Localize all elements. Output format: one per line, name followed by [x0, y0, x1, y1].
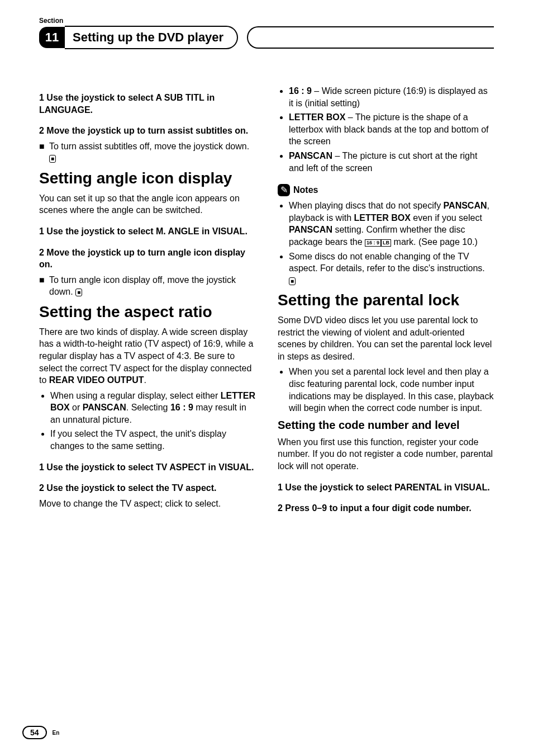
notes-header: ✎ Notes [278, 184, 494, 196]
heading: Setting angle icon display [39, 168, 255, 189]
list-item: 16 : 9 – Wide screen picture (16:9) is d… [289, 85, 494, 109]
section-number: 11 [39, 27, 65, 48]
stop-icon: ■ [49, 155, 56, 163]
list-item: Some discs do not enable changing of the… [289, 251, 494, 287]
list-item: If you select the TV aspect, the unit's … [50, 428, 255, 452]
body-text: You can set it up so that the angle icon… [39, 192, 255, 216]
heading: Setting the parental lock [278, 290, 494, 311]
step-text: 1 Use the joystick to select A SUB TITL … [39, 92, 255, 116]
body-text: When you first use this function, regist… [278, 436, 494, 472]
chapter-title: Setting up the DVD player [65, 26, 238, 49]
stop-icon: ■ [289, 277, 296, 285]
subheading: Setting the code number and level [278, 418, 494, 433]
heading: Setting the aspect ratio [39, 301, 255, 323]
list-item: LETTER BOX – The picture is the shape of… [289, 111, 494, 148]
stop-icon: ■ [75, 289, 82, 296]
left-column: 1 Use the joystick to select A SUB TITL … [39, 83, 255, 518]
body-text: Some DVD video discs let you use parenta… [278, 314, 494, 362]
body-text: To turn assist subtitles off, move the j… [49, 141, 249, 151]
list-item: When playing discs that do not specify P… [289, 200, 494, 248]
sub-bullet: ■ To turn assist subtitles off, move the… [39, 140, 255, 164]
header-row: 11 Setting up the DVD player [39, 26, 494, 49]
section-label: Section [39, 17, 494, 25]
step-text: 1 Use the joystick to select PARENTAL in… [278, 481, 494, 494]
step-text: 2 Move the joystick up to turn assist su… [39, 125, 255, 137]
list-item: PANSCAN – The picture is cut short at th… [289, 150, 494, 174]
language-label: En [53, 730, 60, 736]
step-text: 2 Press 0–9 to input a four digit code n… [278, 502, 494, 514]
page-number: 54 [22, 726, 47, 739]
right-column: 16 : 9 – Wide screen picture (16:9) is d… [278, 83, 494, 518]
step-text: 1 Use the joystick to select TV ASPECT i… [39, 461, 255, 474]
step-text: 2 Move the joystick up to turn angle ico… [39, 247, 255, 271]
sub-bullet: ■ To turn angle icon display off, move t… [39, 274, 255, 298]
body-text: Move to change the TV aspect; click to s… [39, 498, 255, 510]
list-item: When using a regular display, select eit… [50, 390, 255, 426]
step-text: 1 Use the joystick to select M. ANGLE in… [39, 225, 255, 238]
pencil-icon: ✎ [278, 184, 290, 196]
notes-label: Notes [293, 184, 318, 196]
lb-mark-icon: LB [381, 239, 391, 247]
list-item: When you set a parental lock level and t… [289, 366, 494, 414]
body-text: There are two kinds of display. A wide s… [39, 326, 255, 386]
step-text: 2 Use the joystick to select the TV aspe… [39, 482, 255, 494]
header-arc [247, 26, 494, 49]
aspect-mark-icon: 16 : 9 [365, 239, 381, 247]
footer: 54 En [22, 726, 59, 739]
